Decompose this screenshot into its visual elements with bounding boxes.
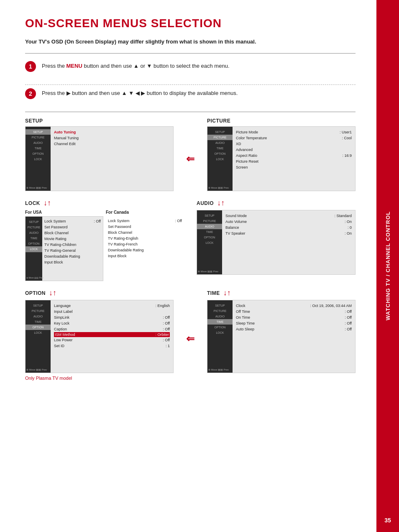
setup-bottom-nav: ⊕ Move ▤▤ Prev [26, 186, 47, 189]
picture-sidebar: SETUP PICTURE AUDIO TIME OPTION LOCK ⊕ M… [207, 127, 233, 191]
option-item-caption: Caption: Off [54, 326, 170, 332]
option-title: OPTION [25, 290, 46, 296]
picture-sidebar-setup: SETUP [207, 129, 233, 135]
lock-canada-label: For Canada [106, 210, 184, 215]
time-sidebar-option: OPTION [207, 325, 233, 330]
option-menu-content: Language: English Input Label SimpLink: … [51, 300, 173, 373]
option-item-simplink: SimpLink: Off [54, 315, 170, 320]
picture-item-reset: Picture Reset [236, 159, 352, 164]
option-sidebar-time: TIME [26, 319, 51, 325]
page-title: ON-SCREEN MENUS SELECTION [25, 17, 356, 30]
row-2: LOCK ↓↑ For USA SETUP PICTURE AUDIO TIME [25, 199, 356, 281]
setup-menu-box: SETUP PICTURE AUDIO TIME OPTION LOCK ⊕ M… [25, 126, 174, 191]
picture-item-xd: XD [236, 141, 352, 147]
setup-sidebar: SETUP PICTURE AUDIO TIME OPTION LOCK ⊕ M… [26, 127, 51, 191]
setup-sidebar-audio: AUDIO [26, 140, 51, 146]
lock-usa-item-block: Block Channel [44, 230, 101, 236]
setup-picture-arrows: ⇐ [186, 141, 194, 169]
lock-usa-item-children: TV Rating-Children [44, 242, 101, 248]
lock-usa-bottom-nav: ⊕ Move ▤▤ Prev [26, 276, 43, 279]
setup-item-autotuning: Auto Tuning [54, 129, 170, 135]
time-sidebar-setup: SETUP [207, 303, 233, 308]
row-3: OPTION ↓↑ SETUP PICTURE AUDIO TIME OPTIO… [25, 289, 356, 381]
audio-sidebar-lock: LOCK [197, 240, 222, 246]
audio-sidebar-picture: PICTURE [197, 218, 222, 224]
setup-item-channeledit: Channel Edit [54, 141, 170, 147]
option-section: OPTION ↓↑ SETUP PICTURE AUDIO TIME OPTIO… [25, 289, 174, 381]
audio-sidebar: SETUP PICTURE AUDIO TIME OPTION LOCK ⊕ M… [197, 210, 222, 274]
option-item-ism: ISM Method: Orbiter [54, 332, 170, 337]
sidebar-label: WATCHING TV / CHANNEL CONTROL [385, 211, 391, 320]
option-sidebar: SETUP PICTURE AUDIO TIME OPTION LOCK ⊕ M… [26, 300, 51, 373]
lock-canada-item-input: Input Block [108, 253, 182, 259]
time-sidebar-audio: AUDIO [207, 314, 233, 319]
audio-menu-box: SETUP PICTURE AUDIO TIME OPTION LOCK ⊕ M… [197, 210, 356, 275]
picture-item-mode: Picture Mode: User1 [236, 129, 352, 135]
audio-sidebar-setup: SETUP [197, 213, 222, 218]
right-sidebar: WATCHING TV / CHANNEL CONTROL 35 [376, 0, 399, 532]
step-1: 1 Press the MENU button and then use ▲ o… [25, 61, 356, 77]
setup-sidebar-lock: LOCK [26, 156, 51, 162]
time-sidebar: SETUP PICTURE AUDIO TIME OPTION LOCK ⊕ M… [207, 300, 233, 373]
lock-section: LOCK ↓↑ For USA SETUP PICTURE AUDIO TIME [25, 199, 184, 281]
time-bottom-nav: ⊕ Move ▤▤ Prev [208, 368, 229, 371]
option-menu-box: SETUP PICTURE AUDIO TIME OPTION LOCK ⊕ M… [25, 300, 174, 373]
top-divider [25, 53, 356, 54]
picture-title: PICTURE [207, 118, 356, 124]
lock-usa-item-download: Downloadable Rating [44, 253, 101, 259]
setup-sidebar-option: OPTION [26, 151, 51, 156]
time-item-offtime: Off Time: Off [236, 309, 352, 315]
audio-bottom-nav: ⊕ Move ▤▤ Prev [198, 270, 218, 273]
menu-keyword: MENU [66, 63, 82, 69]
time-item-sleeptime: Sleep Time: Off [236, 320, 352, 326]
time-scroll-arrows: ↓↑ [223, 289, 231, 297]
time-menu-content: Clock: Oct 19, 2006, 03:44 AM Off Time: … [233, 300, 355, 373]
lock-usa-s-lock: LOCK [26, 246, 42, 252]
time-item-ontime: On Time: Off [236, 315, 352, 320]
time-sidebar-time: TIME [207, 319, 233, 325]
lock-usa-s-option: OPTION [26, 241, 42, 246]
setup-section: SETUP SETUP PICTURE AUDIO TIME OPTION LO… [25, 118, 174, 191]
step2-divider [25, 112, 356, 112]
lock-usa-canada: For USA SETUP PICTURE AUDIO TIME OPTION … [25, 210, 184, 281]
picture-sidebar-lock: LOCK [207, 156, 233, 162]
subtitle: Your TV's OSD (On Screen Display) may di… [25, 38, 356, 45]
lock-canada-item-system: Lock System: Off [108, 218, 182, 224]
time-sidebar-picture: PICTURE [207, 308, 233, 314]
picture-sidebar-option: OPTION [207, 151, 233, 156]
option-sidebar-picture: PICTURE [26, 308, 51, 314]
option-time-arrows: ⇐ [186, 320, 194, 349]
setup-sidebar-setup: SETUP [26, 129, 51, 135]
audio-item-soundmode: Sound Mode: Standard [225, 213, 352, 219]
step-2-text: Press the ▶ button and then use ▲ ▼ ◀ ▶ … [42, 88, 238, 96]
lock-usa-item-system: Lock System: Off [44, 218, 101, 224]
lock-usa-item-password: Set Password [44, 224, 101, 230]
picture-section: PICTURE SETUP PICTURE AUDIO TIME OPTION … [207, 118, 356, 191]
audio-sidebar-option: OPTION [197, 235, 222, 240]
picture-menu-content: Picture Mode: User1 Color Temperature: C… [233, 127, 355, 191]
setup-sidebar-time: TIME [26, 146, 51, 151]
step1-divider [25, 84, 356, 85]
page-number: 35 [376, 517, 399, 524]
option-item-keylock: Key Lock: Off [54, 320, 170, 326]
option-item-language: Language: English [54, 303, 170, 309]
lock-canada-content: Lock System: Off Set Password Block Chan… [106, 216, 184, 281]
row-1: SETUP SETUP PICTURE AUDIO TIME OPTION LO… [25, 118, 356, 191]
picture-sidebar-picture: PICTURE [207, 135, 233, 140]
picture-item-aspect: Aspect Ratio: 16:9 [236, 153, 352, 159]
lock-canada-item-english: TV Rating-English [108, 235, 182, 241]
time-section: TIME ↓↑ SETUP PICTURE AUDIO TIME OPTION … [207, 289, 356, 373]
setup-title: SETUP [25, 118, 174, 124]
lock-usa-s-time: TIME [26, 235, 42, 241]
time-menu-box: SETUP PICTURE AUDIO TIME OPTION LOCK ⊕ M… [207, 300, 356, 373]
lock-usa-label: For USA [25, 210, 103, 215]
lock-usa-s-picture: PICTURE [26, 225, 42, 230]
setup-item-manualtuning: Manual Tuning [54, 135, 170, 141]
lock-canada-box: Lock System: Off Set Password Block Chan… [106, 216, 184, 281]
lock-canada-item-password: Set Password [108, 224, 182, 230]
audio-scroll-arrows: ↓↑ [217, 199, 225, 207]
picture-sidebar-time: TIME [207, 146, 233, 151]
option-item-inputlabel: Input Label [54, 309, 170, 315]
audio-sidebar-audio: AUDIO [197, 224, 222, 229]
step-1-text: Press the MENU button and then use ▲ or … [42, 61, 230, 69]
